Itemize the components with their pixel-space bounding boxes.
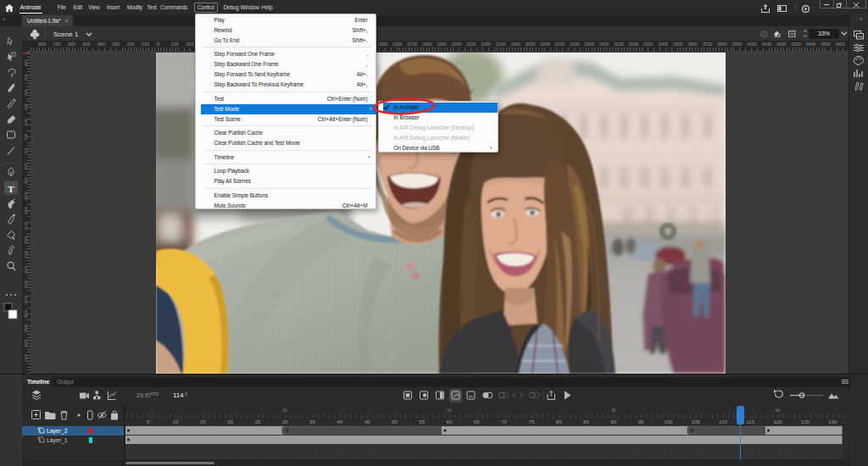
svg-text:95: 95 [638, 419, 644, 424]
svg-text:35: 35 [309, 419, 315, 424]
svg-text:105: 105 [692, 419, 701, 424]
svg-text:1s: 1s [283, 408, 288, 413]
svg-text:70: 70 [501, 419, 507, 424]
svg-text:T: T [8, 184, 14, 194]
svg-text:115: 115 [746, 419, 754, 424]
svg-text:125: 125 [801, 419, 810, 424]
svg-text:110: 110 [719, 419, 727, 424]
svg-text:85: 85 [583, 419, 589, 424]
svg-text:5: 5 [147, 419, 150, 424]
svg-text:15: 15 [200, 419, 206, 424]
svg-text:100: 100 [664, 419, 673, 424]
svg-text:4s: 4s [776, 408, 781, 413]
svg-text:10: 10 [173, 419, 179, 424]
svg-text:75: 75 [528, 419, 534, 424]
svg-text:65: 65 [474, 419, 480, 424]
svg-text:3s: 3s [611, 408, 616, 413]
svg-text:20: 20 [227, 419, 233, 424]
svg-text:45: 45 [364, 419, 370, 424]
svg-text:80: 80 [556, 419, 562, 424]
svg-text:50: 50 [392, 419, 398, 424]
svg-text:55: 55 [419, 419, 425, 424]
svg-text:90: 90 [610, 419, 616, 424]
svg-text:30: 30 [282, 419, 288, 424]
svg-text:2s: 2s [447, 408, 452, 413]
svg-text:130: 130 [828, 419, 837, 424]
svg-text:25: 25 [254, 419, 260, 424]
svg-text:60: 60 [447, 419, 453, 424]
svg-text:40: 40 [337, 419, 342, 424]
svg-text:120: 120 [773, 419, 782, 424]
